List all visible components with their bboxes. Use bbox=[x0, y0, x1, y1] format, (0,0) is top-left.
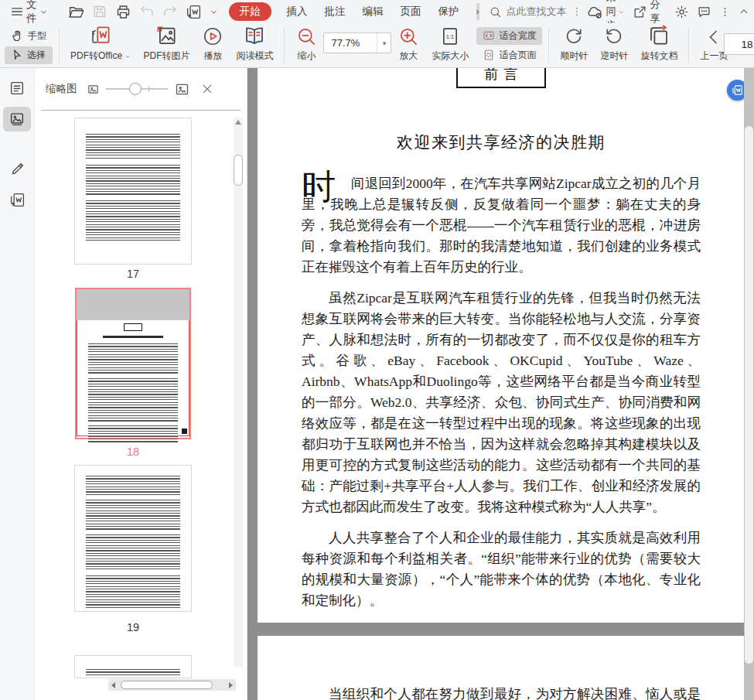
paragraph-3: 人人共享整合了个人和企业的最佳能力，其实质就是高效利用每种资源和每个利益相关者。… bbox=[302, 528, 701, 611]
main-menu-button[interactable]: 文件 bbox=[10, 0, 48, 26]
document-page-18: 前言 欢迎来到共享经济的决胜期 时间退回到2000年，在汽车共享网站Zipcar… bbox=[258, 68, 745, 623]
thumbnails-panel-button[interactable] bbox=[3, 107, 31, 131]
settings-button[interactable] bbox=[674, 5, 689, 19]
thumbnail-viewport-region bbox=[77, 320, 189, 436]
document-vertical-scrollbar[interactable] bbox=[744, 68, 754, 700]
chevron-left-icon bbox=[705, 28, 723, 46]
chevron-down-icon bbox=[39, 8, 48, 16]
select-tool-button[interactable]: 选择 bbox=[5, 46, 53, 64]
paragraph-2: 虽然Zipcar是互联网汽车租赁行业的先锋，但我当时仍然无法想象互联网将会带来的… bbox=[302, 288, 701, 517]
rotate-counterclockwise-button[interactable]: 逆时针 bbox=[594, 23, 634, 67]
save-button[interactable] bbox=[92, 4, 107, 19]
zoom-level-input[interactable] bbox=[324, 37, 370, 49]
thumbnail-vertical-scrollbar[interactable] bbox=[234, 118, 243, 668]
pdf-to-image-button[interactable]: PDF转图片 bbox=[137, 23, 196, 67]
pdf-to-office-label: PDF转Office bbox=[70, 50, 122, 63]
document-page-19: 当组织和个人都在努力做到最好，为对方解决困难、恼人或是难以攻 bbox=[258, 636, 745, 700]
document-scrollbar-thumb[interactable] bbox=[745, 126, 753, 664]
thumbnail-panel-header: 缩略图 bbox=[35, 68, 247, 110]
thumbnail-size-slider[interactable] bbox=[106, 88, 168, 90]
tab-protect[interactable]: 保护 bbox=[438, 5, 459, 19]
search-options-icon[interactable] bbox=[571, 6, 582, 17]
scroll-right-arrow[interactable] bbox=[229, 682, 233, 688]
read-mode-button[interactable]: 阅读模式 bbox=[230, 23, 279, 67]
fit-width-label: 适合宽度 bbox=[499, 29, 536, 43]
fit-page-button[interactable]: 适合页面 bbox=[476, 46, 542, 64]
actual-size-button[interactable]: 1:1 实际大小 bbox=[425, 23, 475, 67]
pen-icon bbox=[9, 161, 26, 177]
thumbnail-page-19[interactable] bbox=[75, 466, 191, 611]
fit-mode-group: 适合宽度 适合页面 bbox=[475, 23, 544, 67]
annotation-panel-button[interactable] bbox=[3, 156, 31, 181]
undo-button[interactable] bbox=[139, 4, 155, 19]
more-options-button[interactable] bbox=[719, 6, 731, 18]
thumbnail-out-of-view-region bbox=[77, 289, 189, 320]
hand-icon bbox=[11, 29, 24, 43]
collapse-toolbar-button[interactable] bbox=[739, 6, 749, 17]
scroll-up-arrow[interactable] bbox=[235, 120, 241, 125]
tab-insert[interactable]: 插入 bbox=[287, 5, 308, 19]
chevron-down-icon bbox=[125, 53, 131, 60]
thumbnail-page-20-partial[interactable] bbox=[75, 656, 191, 678]
tab-page[interactable]: 页面 bbox=[401, 5, 421, 19]
pdf-to-office-button[interactable]: PDF转Office bbox=[64, 23, 137, 67]
fit-page-label: 适合页面 bbox=[499, 49, 536, 62]
current-page-input[interactable] bbox=[724, 33, 754, 55]
hand-tool-button[interactable]: 手型 bbox=[5, 27, 53, 45]
fit-width-button[interactable]: 适合宽度 bbox=[476, 27, 542, 45]
fit-width-icon bbox=[483, 29, 495, 42]
chapter-heading-box: 前言 bbox=[456, 68, 546, 88]
toolbar: 手型 选择 PDF转Office PDF转图片 播放 阅读模式 缩小 ▾ 放大 … bbox=[0, 23, 754, 68]
thumbnail-horizontal-scrollbar[interactable] bbox=[108, 679, 236, 691]
redo-button[interactable] bbox=[162, 4, 178, 19]
outline-list-icon bbox=[9, 80, 26, 97]
thumbnail-page-17[interactable] bbox=[75, 118, 191, 264]
zoom-in-button[interactable]: 放大 bbox=[391, 23, 425, 67]
print-button[interactable] bbox=[115, 4, 131, 20]
slider-tick bbox=[148, 86, 149, 92]
panel-divider bbox=[41, 110, 241, 111]
slider-knob[interactable] bbox=[129, 83, 142, 95]
viewport-resize-handle[interactable] bbox=[182, 429, 187, 434]
tab-start[interactable]: 开始 bbox=[229, 2, 271, 21]
save-icon bbox=[92, 4, 107, 19]
share-icon bbox=[633, 5, 647, 19]
thumbnail-scrollbar-thumb[interactable] bbox=[234, 155, 243, 186]
export-panel-button[interactable] bbox=[3, 187, 31, 212]
zoom-out-button[interactable]: 缩小 bbox=[289, 23, 323, 67]
open-book-icon bbox=[243, 24, 266, 47]
tab-scroll-right-button[interactable]: › bbox=[476, 3, 479, 20]
chevron-up-icon bbox=[739, 6, 749, 17]
thumbnail-page-18-selected[interactable] bbox=[75, 288, 191, 439]
share-button[interactable]: 分享 bbox=[633, 0, 667, 26]
close-panel-icon[interactable] bbox=[201, 83, 213, 95]
scroll-left-arrow[interactable] bbox=[111, 682, 115, 688]
export-word-button[interactable] bbox=[186, 4, 202, 20]
rotate-clockwise-icon bbox=[563, 26, 585, 47]
rotate-clockwise-button[interactable]: 顺时针 bbox=[554, 23, 594, 67]
thumbnail-page-17-label: 17 bbox=[75, 268, 191, 280]
zoom-out-label: 缩小 bbox=[297, 50, 316, 63]
search-field[interactable]: 点此查找文本 bbox=[489, 5, 582, 19]
mini-title-line bbox=[103, 336, 163, 338]
large-thumbnail-icon bbox=[174, 81, 190, 97]
rotate-document-button[interactable]: 旋转文档 bbox=[634, 23, 684, 67]
zoom-dropdown-button[interactable]: ▾ bbox=[377, 33, 391, 53]
rotate-counterclockwise-icon bbox=[603, 26, 625, 47]
open-file-button[interactable] bbox=[68, 4, 84, 20]
horizontal-scrollbar-thumb[interactable] bbox=[121, 681, 213, 689]
toolbar-divider bbox=[59, 27, 60, 63]
thumbnail-page-18-label: 18 bbox=[75, 446, 191, 458]
tab-edit[interactable]: 编辑 bbox=[363, 5, 384, 19]
feedback-button[interactable] bbox=[697, 5, 711, 19]
more-vertical-icon bbox=[719, 6, 731, 18]
chevron-down-icon bbox=[618, 9, 625, 15]
rotate-counterclockwise-label: 逆时针 bbox=[600, 50, 628, 63]
play-button[interactable]: 播放 bbox=[196, 23, 230, 67]
more-file-actions-button[interactable] bbox=[210, 8, 218, 16]
tab-annotate[interactable]: 批注 bbox=[325, 5, 346, 19]
outline-panel-button[interactable] bbox=[3, 76, 31, 101]
select-tool-label: 选择 bbox=[27, 49, 46, 62]
zoom-level-combo[interactable]: ▾ bbox=[323, 32, 391, 53]
zoom-in-label: 放大 bbox=[399, 50, 418, 63]
